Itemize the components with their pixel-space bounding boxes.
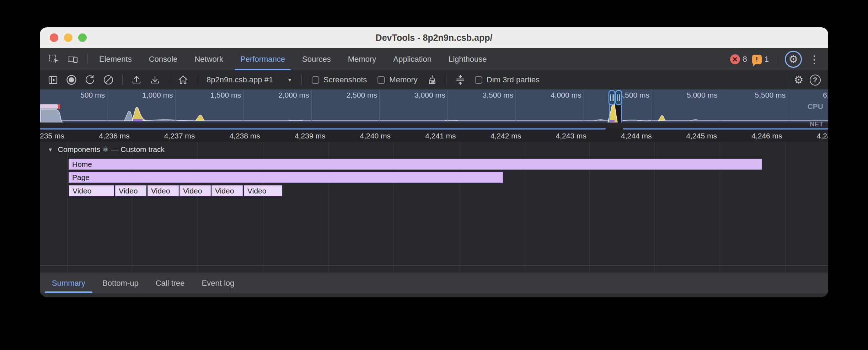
ruler-tick-label: 4,246 ms [751,132,782,140]
chevron-down-icon: ▼ [287,77,292,83]
separator [446,75,446,85]
timeline-overview[interactable]: 500 ms1,000 ms1,500 ms2,000 ms2,500 ms3,… [40,89,828,122]
chart-gridline [785,142,786,273]
track-divider [40,265,828,266]
more-options-button[interactable]: ⋮ [807,53,822,66]
devtools-tabbar: ElementsConsoleNetworkPerformanceSources… [40,48,828,70]
record-button[interactable] [63,72,80,88]
target-selector[interactable]: 8p2n9n.csb.app #1 ▼ [203,75,296,84]
checkbox-label: Dim 3rd parties [487,75,540,84]
ruler-tick-label: 4,245 ms [686,132,717,140]
devtools-window: DevTools - 8p2n9n.csb.app/ ElementsConso… [40,27,828,297]
network-lane: NET [40,122,828,128]
dim-3rd-parties-checkbox[interactable]: Dim 3rd parties [471,75,544,84]
separator [777,54,777,65]
collect-garbage-icon[interactable] [424,72,440,88]
range-handle-right[interactable] [616,91,622,105]
separator [197,75,197,85]
tab-bottom-up[interactable]: Bottom-up [94,273,147,293]
range-handles [40,89,828,122]
track-bar-video[interactable]: Video [69,185,114,196]
tab-network[interactable]: Network [186,48,232,70]
ruler-tick-label: 4,236 ms [99,132,129,140]
ruler-tick-label: 4,243 ms [556,132,586,140]
bottom-strip [40,293,828,297]
analysis-tabbar: SummaryBottom-upCall treeEvent log [40,273,828,293]
separator [87,54,88,65]
issue-icon: ! [752,55,762,64]
tab-elements[interactable]: Elements [91,48,140,70]
error-count: 8 [743,55,747,64]
flamechart-area[interactable]: ▼ Components ⚛ — Custom track HomePageVi… [40,142,828,273]
window-title: DevTools - 8p2n9n.csb.app/ [376,33,493,43]
ruler-tick-label: 4,235 ms [40,132,64,140]
tab-event-log[interactable]: Event log [193,273,243,293]
gear-icon: ⚙ [789,54,798,65]
main-tab-strip: ElementsConsoleNetworkPerformanceSources… [91,48,495,70]
help-button[interactable]: ? [807,72,823,88]
ruler-tick-label: 4,238 ms [229,132,260,140]
track-bar-video[interactable]: Video [244,185,282,196]
track-bar-video[interactable]: Video [180,185,211,196]
traffic-lights [50,33,87,42]
time-ruler: 4,235 ms4,236 ms4,237 ms4,238 ms4,239 ms… [40,130,828,142]
toggle-sidebar-button[interactable] [45,72,61,88]
range-handle-left[interactable] [609,91,615,105]
clear-button[interactable] [100,72,117,88]
tab-console[interactable]: Console [140,48,186,70]
ruler-tick-label: 4,242 ms [491,132,521,140]
target-selector-value: 8p2n9n.csb.app #1 [207,75,273,84]
home-icon[interactable] [175,72,191,88]
tab-performance[interactable]: Performance [232,48,294,70]
checkbox-box [377,76,385,84]
screenshots-checkbox[interactable]: Screenshots [307,75,371,84]
expander-triangle-icon[interactable]: ▼ [48,147,53,153]
ruler-tick-label: 4,239 ms [295,132,325,140]
error-icon: ✕ [730,54,740,64]
scrollbar-thumb[interactable] [40,128,606,130]
checkbox-label: Memory [389,75,417,84]
track-bar-home[interactable]: Home [69,159,762,170]
inspect-element-icon[interactable] [46,51,62,67]
scrollbar-thumb[interactable] [623,128,828,130]
save-profile-icon[interactable] [147,72,163,88]
tab-application[interactable]: Application [385,48,440,70]
reload-and-record-button[interactable] [82,72,98,88]
minimize-window-button[interactable] [64,33,73,42]
close-window-button[interactable] [50,33,58,42]
ruler-tick-label: 4,247 ms [817,132,828,140]
capture-settings-button[interactable]: ⚙ [791,72,807,88]
separator [787,75,787,85]
performance-toolbar: 8p2n9n.csb.app #1 ▼ Screenshots Memory [40,70,828,89]
track-bar-video[interactable]: Video [115,185,146,196]
ruler-tick-label: 4,240 ms [360,132,391,140]
console-errors-button[interactable]: ✕ 8 [730,54,747,64]
net-lane-label: NET [810,120,823,128]
track-bar-video[interactable]: Video [211,185,243,196]
load-profile-icon[interactable] [128,72,145,88]
tab-call-tree[interactable]: Call tree [147,273,193,293]
separator [169,75,169,85]
tab-sources[interactable]: Sources [294,48,339,70]
question-icon: ? [810,75,821,86]
console-issues-button[interactable]: ! 1 [752,55,769,64]
settings-button[interactable]: ⚙ [785,51,802,68]
tab-lighthouse[interactable]: Lighthouse [440,48,495,70]
track-bar-video[interactable]: Video [148,185,179,196]
zoom-window-button[interactable] [78,33,87,42]
tab-memory[interactable]: Memory [339,48,385,70]
chart-gridline [67,142,68,273]
separator [122,75,123,85]
track-bar-page[interactable]: Page [69,172,503,183]
checkbox-box [475,76,482,84]
collapse-sections-icon[interactable] [452,72,468,88]
issue-count: 1 [765,55,769,64]
tab-summary[interactable]: Summary [43,273,94,293]
titlebar: DevTools - 8p2n9n.csb.app/ [40,27,828,48]
checkbox-box [312,76,319,84]
custom-track-header[interactable]: ▼ Components ⚛ — Custom track [48,145,165,154]
cpu-lane-label: CPU [808,102,823,111]
device-toolbar-icon[interactable] [65,51,81,67]
separator [301,75,302,85]
memory-checkbox[interactable]: Memory [373,75,422,84]
